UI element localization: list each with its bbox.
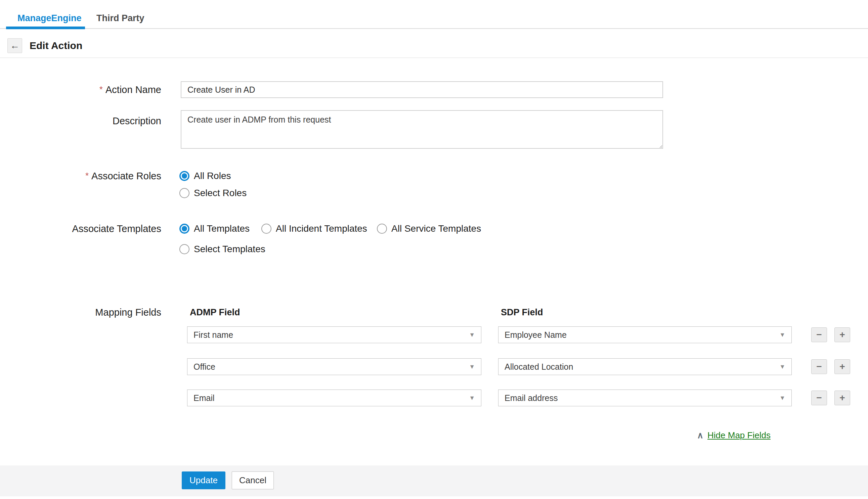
tab-manageengine[interactable]: ManageEngine (17, 11, 82, 25)
add-mapping-button[interactable]: + (834, 359, 850, 374)
associate-roles-label: *Associate Roles (0, 168, 161, 184)
description-textarea[interactable]: Create user in ADMP from this request (181, 110, 663, 149)
mapping-fields-label: Mapping Fields (0, 304, 161, 321)
sdp-field-select[interactable]: Employee Name ▼ (498, 326, 792, 343)
update-button[interactable]: Update (182, 472, 225, 489)
selected-value: Office (193, 362, 215, 372)
radio-option-all-incident-templates[interactable]: All Incident Templates (261, 220, 367, 237)
radio-option-label: All Roles (194, 171, 231, 181)
chevron-down-icon: ▼ (779, 394, 785, 402)
radio-option-all-roles[interactable]: All Roles (179, 168, 231, 184)
admp-field-select[interactable]: Office ▼ (187, 358, 481, 375)
radio-option-all-templates[interactable]: All Templates (179, 220, 250, 237)
radio-option-label: All Incident Templates (276, 223, 367, 234)
active-tab-underline (6, 26, 85, 29)
remove-mapping-button[interactable]: − (811, 391, 827, 405)
radio-unselected-icon[interactable] (377, 224, 387, 234)
sdp-field-select[interactable]: Email address ▼ (498, 390, 792, 406)
selected-value: Email (193, 393, 215, 403)
radio-option-select-templates[interactable]: Select Templates (179, 241, 265, 258)
description-label: Description (0, 112, 161, 129)
chevron-down-icon: ▼ (779, 331, 785, 339)
hide-map-fields-link[interactable]: Hide Map Fields (708, 430, 771, 441)
header-divider (0, 58, 868, 58)
radio-selected-icon[interactable] (179, 171, 190, 181)
radio-unselected-icon[interactable] (179, 188, 190, 198)
chevron-up-icon: ∧ (697, 431, 703, 440)
required-marker: * (99, 84, 103, 94)
action-name-label: *Action Name (0, 81, 161, 98)
radio-option-all-service-templates[interactable]: All Service Templates (377, 220, 481, 237)
chevron-down-icon: ▼ (779, 363, 785, 370)
back-button[interactable]: ← (8, 38, 22, 53)
chevron-down-icon: ▼ (469, 394, 475, 402)
radio-unselected-icon[interactable] (179, 244, 190, 254)
arrow-left-icon: ← (10, 41, 20, 50)
selected-value: Allocated Location (505, 362, 573, 372)
action-name-input[interactable] (181, 81, 663, 98)
radio-option-label: All Service Templates (391, 223, 481, 234)
mapping-row: Office ▼ Allocated Location ▼ − + (187, 358, 852, 375)
edit-action-page: ManageEngine Third Party ← Edit Action *… (0, 0, 868, 499)
radio-option-label: Select Roles (194, 188, 246, 198)
footer-bar: Update Cancel (0, 465, 868, 496)
sdp-field-select[interactable]: Allocated Location ▼ (498, 358, 792, 375)
radio-selected-icon[interactable] (179, 224, 190, 234)
page-title: Edit Action (29, 38, 82, 53)
hide-map-fields-row: ∧ Hide Map Fields (697, 427, 771, 443)
selected-value: Employee Name (505, 330, 567, 340)
tab-bar: ManageEngine Third Party (0, 0, 868, 29)
chevron-down-icon: ▼ (469, 363, 475, 370)
sdp-field-column-header: SDP Field (501, 304, 543, 321)
associate-templates-label: Associate Templates (0, 220, 161, 237)
mapping-row: Email ▼ Email address ▼ − + (187, 390, 852, 406)
tab-third-party[interactable]: Third Party (96, 11, 144, 25)
selected-value: First name (193, 330, 233, 340)
radio-option-label: Select Templates (194, 244, 265, 255)
radio-option-select-roles[interactable]: Select Roles (179, 185, 246, 202)
radio-unselected-icon[interactable] (261, 224, 272, 234)
cancel-button[interactable]: Cancel (232, 472, 274, 489)
required-marker: * (85, 171, 89, 181)
radio-option-label: All Templates (194, 223, 250, 234)
selected-value: Email address (505, 393, 558, 403)
remove-mapping-button[interactable]: − (811, 327, 827, 342)
admp-field-select[interactable]: First name ▼ (187, 326, 481, 343)
add-mapping-button[interactable]: + (834, 391, 850, 405)
admp-field-column-header: ADMP Field (190, 304, 240, 321)
admp-field-select[interactable]: Email ▼ (187, 390, 481, 406)
remove-mapping-button[interactable]: − (811, 359, 827, 374)
add-mapping-button[interactable]: + (834, 327, 850, 342)
chevron-down-icon: ▼ (469, 331, 475, 339)
mapping-row: First name ▼ Employee Name ▼ − + (187, 326, 852, 343)
